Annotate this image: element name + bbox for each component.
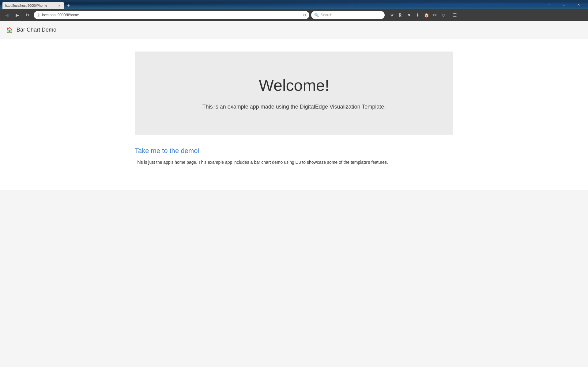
page-title: Bar Chart Demo: [17, 27, 56, 33]
download-icon[interactable]: ⬇: [414, 11, 421, 19]
address-info-icon: ⓘ: [37, 13, 40, 17]
search-icon: 🔍: [314, 13, 319, 17]
navigation-bar: ◀ ▶ ↻ ⓘ localhost:9000/#/home ↻ 🔍 Search…: [0, 9, 588, 21]
menu-icon[interactable]: ☰: [451, 11, 458, 19]
back-button[interactable]: ◀: [2, 11, 11, 19]
content-section: Take me to the demo! This is just the ap…: [135, 147, 453, 178]
refresh-button[interactable]: ↻: [23, 11, 32, 19]
home-nav-icon[interactable]: 🏠: [423, 11, 430, 19]
breadcrumb-bar: 🏠 Bar Chart Demo: [0, 21, 588, 39]
browser-chrome: http://localhost:9000/#/home ✕ + ─ □ ✕ ◀…: [0, 0, 588, 21]
toolbar-icons: ★ 🗄 ♥ ⬇ 🏠 ✉ ☺ ☰: [388, 11, 458, 19]
hero-box: Welcome! This is an example app made usi…: [135, 52, 453, 135]
browser-tab[interactable]: http://localhost:9000/#/home ✕: [2, 2, 64, 9]
forward-button[interactable]: ▶: [13, 11, 21, 19]
title-bar: http://localhost:9000/#/home ✕ + ─ □ ✕: [0, 0, 588, 9]
search-bar[interactable]: 🔍 Search: [311, 11, 385, 19]
app-area: 🏠 Bar Chart Demo Welcome! This is an exa…: [0, 21, 588, 367]
address-bar[interactable]: ⓘ localhost:9000/#/home ↻: [34, 11, 309, 19]
close-button[interactable]: ✕: [571, 2, 586, 8]
hero-subtitle: This is an example app made using the Di…: [202, 104, 386, 110]
toolbar-divider: [449, 13, 449, 17]
tab-title: http://localhost:9000/#/home: [5, 4, 55, 7]
library-icon[interactable]: 🗄: [397, 11, 404, 19]
search-placeholder-text: Search: [321, 13, 332, 17]
main-content: Welcome! This is an example app made usi…: [0, 39, 588, 190]
address-refresh-icon[interactable]: ↻: [303, 13, 306, 17]
address-text: localhost:9000/#/home: [42, 13, 301, 17]
tab-close-button[interactable]: ✕: [57, 3, 61, 8]
hero-title: Welcome!: [259, 76, 329, 94]
tab-area: http://localhost:9000/#/home ✕ +: [2, 0, 72, 9]
maximize-button[interactable]: □: [557, 2, 571, 8]
pocket-icon[interactable]: ♥: [405, 11, 413, 19]
bookmark-icon[interactable]: ★: [388, 11, 396, 19]
minimize-button[interactable]: ─: [542, 2, 556, 8]
send-icon[interactable]: ✉: [431, 11, 439, 19]
breadcrumb-home-icon[interactable]: 🏠: [6, 27, 13, 33]
profile-icon[interactable]: ☺: [440, 11, 447, 19]
window-controls: ─ □ ✕: [542, 2, 586, 8]
demo-link[interactable]: Take me to the demo!: [135, 147, 200, 155]
demo-description: This is just the app's home page. This e…: [135, 159, 453, 166]
new-tab-button[interactable]: +: [65, 2, 72, 9]
